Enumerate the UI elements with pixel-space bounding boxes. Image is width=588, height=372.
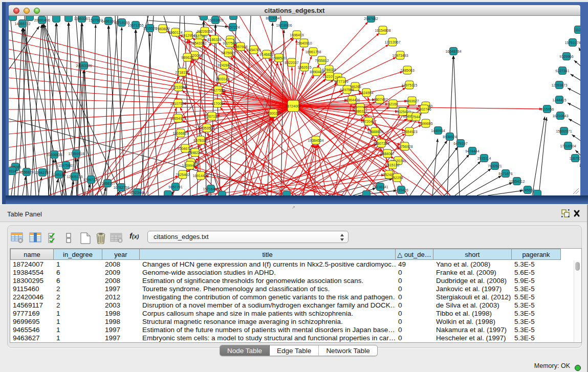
svg-text:2935114: 2935114 [477,157,491,160]
svg-text:20364436: 20364436 [344,98,360,102]
svg-text:989626: 989626 [181,56,193,59]
svg-text:9463627: 9463627 [405,99,419,103]
svg-text:10958107: 10958107 [99,182,115,185]
svg-text:9242848: 9242848 [217,63,231,67]
svg-text:10973493: 10973493 [392,54,408,57]
svg-text:391141: 391141 [9,169,18,173]
svg-text:8471676: 8471676 [498,172,512,176]
svg-text:12213967: 12213967 [384,40,400,44]
svg-text:20053346: 20053346 [76,64,92,68]
svg-text:16210643: 16210643 [552,114,568,118]
svg-text:8267130: 8267130 [205,115,219,118]
svg-text:18724007: 18724007 [285,104,301,108]
svg-text:7632621: 7632621 [488,164,502,168]
svg-text:10653267: 10653267 [74,17,90,20]
svg-text:1440934: 1440934 [431,129,445,133]
svg-text:9699695: 9699695 [419,122,432,125]
svg-text:16033809: 16033809 [207,18,223,22]
svg-text:16107554: 16107554 [170,102,186,105]
svg-text:9146821: 9146821 [259,53,273,56]
svg-text:12942757: 12942757 [34,171,50,174]
svg-text:2803144: 2803144 [215,77,229,81]
svg-text:9884067: 9884067 [380,152,394,156]
svg-text:14055712: 14055712 [14,22,30,26]
svg-text:16914479: 16914479 [192,174,208,178]
svg-text:8960124: 8960124 [168,31,182,34]
svg-text:19218906: 19218906 [276,24,292,27]
svg-text:3624554: 3624554 [359,91,373,95]
svg-text:6497568: 6497568 [340,88,354,92]
svg-text:15720407: 15720407 [360,120,376,123]
svg-text:9115956: 9115956 [540,107,554,111]
svg-text:17957225: 17957225 [83,178,99,182]
svg-text:19756928: 19756928 [397,145,412,148]
svg-text:6794028: 6794028 [322,68,336,72]
svg-text:7357224: 7357224 [226,26,239,29]
svg-text:12905135: 12905135 [67,175,82,179]
svg-text:9857791: 9857791 [168,185,182,189]
svg-text:16543362: 16543362 [190,41,206,45]
svg-text:23226058: 23226058 [197,30,212,33]
svg-text:12213369: 12213369 [170,85,186,89]
svg-text:7663822: 7663822 [156,27,169,31]
svg-text:10807487: 10807487 [372,98,387,101]
svg-text:10688609: 10688609 [367,130,383,134]
svg-text:1302746: 1302746 [417,107,431,111]
svg-text:8813054: 8813054 [266,16,279,20]
svg-text:1588520: 1588520 [272,56,286,60]
svg-text:10671355: 10671355 [127,24,143,27]
svg-text:11123: 11123 [574,28,580,32]
svg-text:9329966: 9329966 [559,55,573,58]
svg-text:16961758: 16961758 [305,50,321,54]
svg-text:1244415: 1244415 [552,98,566,102]
svg-text:14136141: 14136141 [372,185,388,189]
svg-text:2087682: 2087682 [364,17,378,20]
svg-text:19384554: 19384554 [308,139,323,142]
svg-text:15300275: 15300275 [265,112,281,115]
svg-text:18807249: 18807249 [373,142,389,145]
svg-text:12093873: 12093873 [551,83,567,87]
svg-text:7515526: 7515526 [143,27,157,30]
svg-text:20691406: 20691406 [34,18,50,22]
svg-text:62160: 62160 [388,102,398,106]
svg-text:16782759: 16782759 [113,186,129,189]
svg-text:9327508: 9327508 [223,41,236,45]
svg-text:8938924: 8938924 [443,135,456,139]
svg-text:20206536: 20206536 [46,153,62,157]
svg-text:11353594: 11353594 [199,126,215,130]
svg-text:8427552: 8427552 [211,89,225,92]
svg-text:7886322: 7886322 [353,110,367,113]
svg-text:7625402: 7625402 [176,173,189,177]
svg-text:16154808: 16154808 [375,29,390,32]
svg-text:8454749: 8454749 [247,48,260,52]
svg-text:7955812: 7955812 [315,59,329,62]
svg-text:1696419: 1696419 [290,33,303,37]
svg-text:7485063: 7485063 [400,69,414,72]
svg-text:12975115: 12975115 [402,83,418,87]
svg-text:3498222: 3498222 [188,151,202,155]
svg-text:10654112: 10654112 [509,180,525,183]
svg-text:1733426: 1733426 [394,188,408,192]
svg-text:17016504: 17016504 [560,144,576,148]
svg-text:8186328: 8186328 [207,38,221,41]
svg-text:6479197: 6479197 [453,142,467,145]
svg-text:1527602: 1527602 [89,18,102,22]
svg-text:2867608: 2867608 [233,45,247,49]
svg-text:9474444: 9474444 [465,149,479,153]
svg-text:14099469: 14099469 [182,164,198,167]
svg-text:8322037: 8322037 [285,61,298,64]
svg-text:8678332: 8678332 [193,139,207,142]
svg-text:15692971: 15692971 [556,129,572,133]
svg-text:1156829: 1156829 [20,170,34,174]
svg-text:15716485: 15716485 [203,187,219,191]
svg-text:9777169: 9777169 [334,80,348,83]
svg-text:17654923: 17654923 [401,130,417,134]
svg-text:5875685: 5875685 [221,51,235,55]
svg-text:116753: 116753 [570,157,580,160]
svg-text:2718176: 2718176 [175,71,189,74]
svg-text:11923448: 11923448 [129,191,145,194]
svg-text:9227341: 9227341 [555,69,569,73]
svg-text:917006: 917006 [211,102,223,105]
svg-text:16648784: 16648784 [445,50,461,53]
svg-text:1145194: 1145194 [52,173,66,177]
